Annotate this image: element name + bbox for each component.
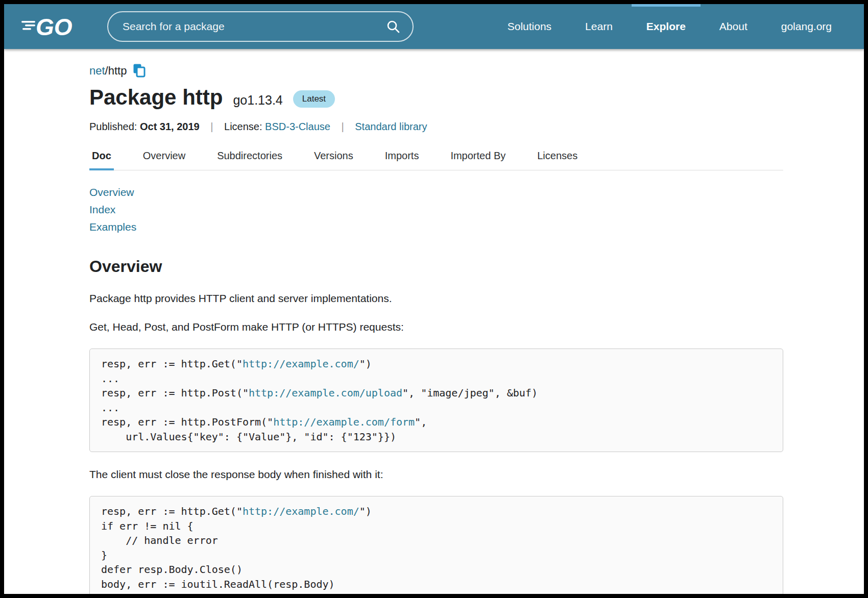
svg-text:GO: GO <box>36 14 73 40</box>
nav-explore[interactable]: Explore <box>630 4 703 49</box>
nav-golang-org[interactable]: golang.org <box>764 4 849 49</box>
nav-solutions[interactable]: Solutions <box>491 4 568 49</box>
search-icon <box>386 19 400 34</box>
toc-link-index[interactable]: Index <box>89 201 115 218</box>
tab-licenses[interactable]: Licenses <box>535 150 580 170</box>
search-input[interactable] <box>122 20 383 33</box>
standard-library-link[interactable]: Standard library <box>355 121 427 132</box>
code-block-2: resp, err := http.Get("http://example.co… <box>89 496 783 594</box>
code-block-1: resp, err := http.Get("http://example.co… <box>89 348 783 452</box>
meta-separator: | <box>342 121 344 132</box>
breadcrumb-current: /http <box>105 64 127 78</box>
doc-paragraph-3: The client must close the response body … <box>89 468 783 481</box>
copy-icon <box>133 63 146 78</box>
toc-link-overview[interactable]: Overview <box>89 184 134 201</box>
search-button[interactable] <box>383 17 403 36</box>
tab-bar: Doc Overview Subdirectories Versions Imp… <box>89 150 783 170</box>
content: net/http Package http go1.13.4 Latest Pu… <box>4 49 864 594</box>
published-label: Published: <box>89 121 137 132</box>
go-logo[interactable]: GO <box>21 4 79 49</box>
nav-learn[interactable]: Learn <box>568 4 630 49</box>
package-meta: Published: Oct 31, 2019 | License: BSD-3… <box>89 121 783 133</box>
tab-doc[interactable]: Doc <box>89 150 114 170</box>
tab-subdirectories[interactable]: Subdirectories <box>214 150 285 170</box>
breadcrumb: net/http <box>89 63 783 78</box>
tab-versions[interactable]: Versions <box>311 150 356 170</box>
package-version: go1.13.4 <box>233 93 282 108</box>
search-form <box>107 11 414 42</box>
license-link[interactable]: BSD-3-Clause <box>265 121 330 132</box>
toc-link-examples[interactable]: Examples <box>89 218 136 236</box>
go-logo-icon: GO <box>21 13 79 40</box>
main-nav: Solutions Learn Explore About golang.org <box>491 4 849 49</box>
section-heading-overview: Overview <box>89 257 783 276</box>
breadcrumb-parent-link[interactable]: net <box>89 64 105 78</box>
doc-paragraph-2: Get, Head, Post, and PostForm make HTTP … <box>89 321 783 333</box>
site-header: GO Solutions Learn Explore About <box>4 4 864 49</box>
tab-imported-by[interactable]: Imported By <box>448 150 508 170</box>
page-title: Package http <box>89 85 223 110</box>
tab-overview[interactable]: Overview <box>140 150 188 170</box>
tab-imports[interactable]: Imports <box>382 150 422 170</box>
title-row: Package http go1.13.4 Latest <box>89 85 783 110</box>
copy-path-button[interactable] <box>133 63 146 78</box>
nav-about[interactable]: About <box>703 4 764 49</box>
meta-separator: | <box>210 121 213 132</box>
latest-badge: Latest <box>293 90 335 108</box>
doc-paragraph-1: Package http provides HTTP client and se… <box>89 292 783 305</box>
published-date: Oct 31, 2019 <box>140 121 200 132</box>
toc: Overview Index Examples <box>89 184 783 236</box>
page: GO Solutions Learn Explore About <box>4 4 864 594</box>
license-label: License: <box>224 121 262 132</box>
